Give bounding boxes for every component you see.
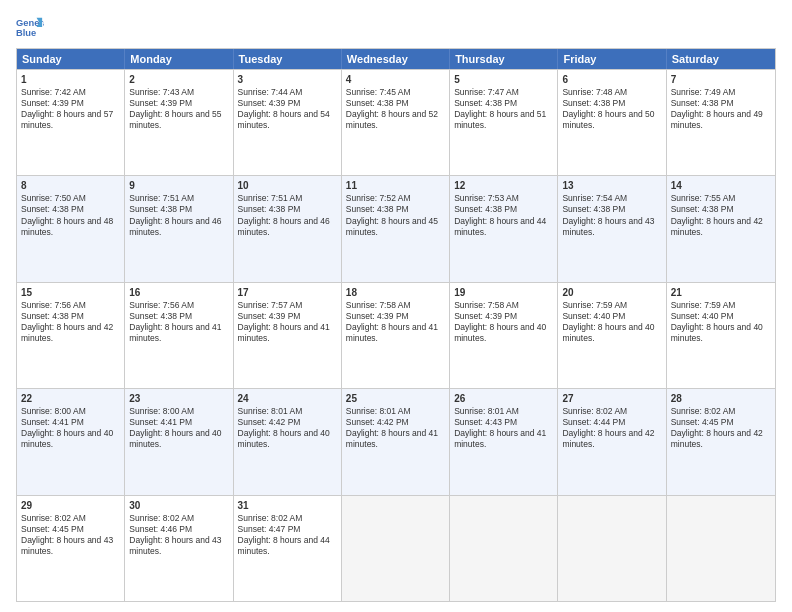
table-row: 31Sunrise: 8:02 AMSunset: 4:47 PMDayligh… xyxy=(234,496,342,601)
daylight-text: Daylight: 8 hours and 43 minutes. xyxy=(129,535,221,556)
sunset-text: Sunset: 4:43 PM xyxy=(454,417,517,427)
weekday-header: Monday xyxy=(125,49,233,69)
daylight-text: Daylight: 8 hours and 43 minutes. xyxy=(21,535,113,556)
calendar-row: 15Sunrise: 7:56 AMSunset: 4:38 PMDayligh… xyxy=(17,282,775,388)
sunset-text: Sunset: 4:44 PM xyxy=(562,417,625,427)
table-row: 17Sunrise: 7:57 AMSunset: 4:39 PMDayligh… xyxy=(234,283,342,388)
table-row: 9Sunrise: 7:51 AMSunset: 4:38 PMDaylight… xyxy=(125,176,233,281)
sunrise-text: Sunrise: 7:51 AM xyxy=(129,193,194,203)
daylight-text: Daylight: 8 hours and 43 minutes. xyxy=(562,216,654,237)
sunset-text: Sunset: 4:40 PM xyxy=(671,311,734,321)
day-number: 28 xyxy=(671,392,771,405)
day-number: 12 xyxy=(454,179,553,192)
daylight-text: Daylight: 8 hours and 40 minutes. xyxy=(21,428,113,449)
sunrise-text: Sunrise: 7:59 AM xyxy=(562,300,627,310)
sunrise-text: Sunrise: 7:56 AM xyxy=(129,300,194,310)
sunrise-text: Sunrise: 7:57 AM xyxy=(238,300,303,310)
table-row: 22Sunrise: 8:00 AMSunset: 4:41 PMDayligh… xyxy=(17,389,125,494)
calendar-row: 22Sunrise: 8:00 AMSunset: 4:41 PMDayligh… xyxy=(17,388,775,494)
day-number: 4 xyxy=(346,73,445,86)
daylight-text: Daylight: 8 hours and 52 minutes. xyxy=(346,109,438,130)
table-row: 3Sunrise: 7:44 AMSunset: 4:39 PMDaylight… xyxy=(234,70,342,175)
table-row: 24Sunrise: 8:01 AMSunset: 4:42 PMDayligh… xyxy=(234,389,342,494)
calendar-row: 1Sunrise: 7:42 AMSunset: 4:39 PMDaylight… xyxy=(17,69,775,175)
day-number: 2 xyxy=(129,73,228,86)
daylight-text: Daylight: 8 hours and 51 minutes. xyxy=(454,109,546,130)
table-row: 15Sunrise: 7:56 AMSunset: 4:38 PMDayligh… xyxy=(17,283,125,388)
sunset-text: Sunset: 4:38 PM xyxy=(671,204,734,214)
table-row: 25Sunrise: 8:01 AMSunset: 4:42 PMDayligh… xyxy=(342,389,450,494)
day-number: 15 xyxy=(21,286,120,299)
day-number: 21 xyxy=(671,286,771,299)
daylight-text: Daylight: 8 hours and 40 minutes. xyxy=(454,322,546,343)
sunrise-text: Sunrise: 7:50 AM xyxy=(21,193,86,203)
sunrise-text: Sunrise: 7:42 AM xyxy=(21,87,86,97)
table-row xyxy=(558,496,666,601)
table-row: 11Sunrise: 7:52 AMSunset: 4:38 PMDayligh… xyxy=(342,176,450,281)
table-row: 23Sunrise: 8:00 AMSunset: 4:41 PMDayligh… xyxy=(125,389,233,494)
table-row: 7Sunrise: 7:49 AMSunset: 4:38 PMDaylight… xyxy=(667,70,775,175)
table-row: 20Sunrise: 7:59 AMSunset: 4:40 PMDayligh… xyxy=(558,283,666,388)
day-number: 5 xyxy=(454,73,553,86)
sunset-text: Sunset: 4:38 PM xyxy=(129,311,192,321)
day-number: 26 xyxy=(454,392,553,405)
sunrise-text: Sunrise: 7:43 AM xyxy=(129,87,194,97)
sunset-text: Sunset: 4:39 PM xyxy=(129,98,192,108)
table-row: 13Sunrise: 7:54 AMSunset: 4:38 PMDayligh… xyxy=(558,176,666,281)
day-number: 31 xyxy=(238,499,337,512)
table-row: 21Sunrise: 7:59 AMSunset: 4:40 PMDayligh… xyxy=(667,283,775,388)
table-row: 10Sunrise: 7:51 AMSunset: 4:38 PMDayligh… xyxy=(234,176,342,281)
sunrise-text: Sunrise: 8:02 AM xyxy=(671,406,736,416)
svg-text:Blue: Blue xyxy=(16,28,36,38)
day-number: 3 xyxy=(238,73,337,86)
sunrise-text: Sunrise: 8:02 AM xyxy=(21,513,86,523)
table-row: 8Sunrise: 7:50 AMSunset: 4:38 PMDaylight… xyxy=(17,176,125,281)
table-row xyxy=(342,496,450,601)
table-row: 1Sunrise: 7:42 AMSunset: 4:39 PMDaylight… xyxy=(17,70,125,175)
sunset-text: Sunset: 4:38 PM xyxy=(562,98,625,108)
day-number: 20 xyxy=(562,286,661,299)
sunset-text: Sunset: 4:45 PM xyxy=(671,417,734,427)
sunset-text: Sunset: 4:38 PM xyxy=(346,98,409,108)
sunset-text: Sunset: 4:42 PM xyxy=(346,417,409,427)
sunset-text: Sunset: 4:38 PM xyxy=(129,204,192,214)
day-number: 29 xyxy=(21,499,120,512)
day-number: 8 xyxy=(21,179,120,192)
sunset-text: Sunset: 4:38 PM xyxy=(346,204,409,214)
table-row: 16Sunrise: 7:56 AMSunset: 4:38 PMDayligh… xyxy=(125,283,233,388)
sunset-text: Sunset: 4:45 PM xyxy=(21,524,84,534)
table-row: 4Sunrise: 7:45 AMSunset: 4:38 PMDaylight… xyxy=(342,70,450,175)
sunrise-text: Sunrise: 8:01 AM xyxy=(238,406,303,416)
daylight-text: Daylight: 8 hours and 42 minutes. xyxy=(671,428,763,449)
daylight-text: Daylight: 8 hours and 40 minutes. xyxy=(129,428,221,449)
sunset-text: Sunset: 4:40 PM xyxy=(562,311,625,321)
sunset-text: Sunset: 4:38 PM xyxy=(238,204,301,214)
daylight-text: Daylight: 8 hours and 41 minutes. xyxy=(238,322,330,343)
sunset-text: Sunset: 4:39 PM xyxy=(454,311,517,321)
daylight-text: Daylight: 8 hours and 42 minutes. xyxy=(562,428,654,449)
sunset-text: Sunset: 4:42 PM xyxy=(238,417,301,427)
sunrise-text: Sunrise: 7:44 AM xyxy=(238,87,303,97)
daylight-text: Daylight: 8 hours and 41 minutes. xyxy=(129,322,221,343)
sunrise-text: Sunrise: 7:58 AM xyxy=(346,300,411,310)
day-number: 6 xyxy=(562,73,661,86)
sunrise-text: Sunrise: 8:02 AM xyxy=(562,406,627,416)
daylight-text: Daylight: 8 hours and 42 minutes. xyxy=(671,216,763,237)
table-row: 6Sunrise: 7:48 AMSunset: 4:38 PMDaylight… xyxy=(558,70,666,175)
day-number: 16 xyxy=(129,286,228,299)
table-row: 18Sunrise: 7:58 AMSunset: 4:39 PMDayligh… xyxy=(342,283,450,388)
sunrise-text: Sunrise: 7:52 AM xyxy=(346,193,411,203)
sunset-text: Sunset: 4:38 PM xyxy=(21,311,84,321)
sunrise-text: Sunrise: 7:55 AM xyxy=(671,193,736,203)
sunrise-text: Sunrise: 8:01 AM xyxy=(454,406,519,416)
header: General Blue xyxy=(16,14,776,42)
day-number: 23 xyxy=(129,392,228,405)
day-number: 18 xyxy=(346,286,445,299)
daylight-text: Daylight: 8 hours and 41 minutes. xyxy=(346,428,438,449)
daylight-text: Daylight: 8 hours and 40 minutes. xyxy=(238,428,330,449)
sunset-text: Sunset: 4:38 PM xyxy=(21,204,84,214)
table-row: 29Sunrise: 8:02 AMSunset: 4:45 PMDayligh… xyxy=(17,496,125,601)
daylight-text: Daylight: 8 hours and 44 minutes. xyxy=(454,216,546,237)
sunrise-text: Sunrise: 7:53 AM xyxy=(454,193,519,203)
daylight-text: Daylight: 8 hours and 54 minutes. xyxy=(238,109,330,130)
